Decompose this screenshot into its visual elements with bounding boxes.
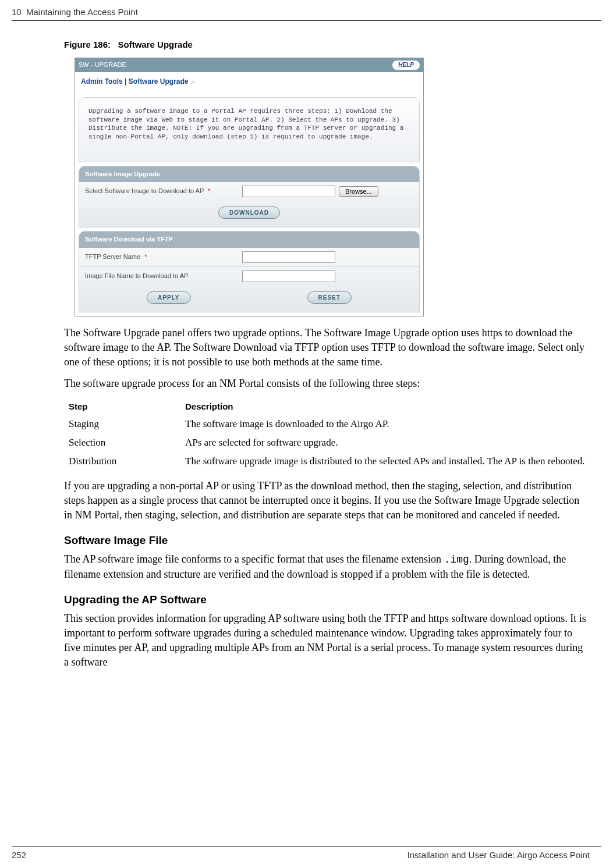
select-image-input[interactable]: [242, 186, 335, 197]
figure-label: Figure 186:: [64, 40, 111, 49]
tftp-server-label-text: TFTP Server Name: [85, 253, 140, 260]
table-row: Selection APs are selected for software …: [69, 433, 584, 452]
image-file-row: Image File Name to Download to AP: [79, 266, 419, 286]
download-button-row: DOWNLOAD: [79, 201, 419, 227]
tftp-panel: Software Download via TFTP TFTP Server N…: [79, 231, 420, 312]
page-header: 10 Maintaining the Access Point: [0, 0, 613, 18]
required-star: *: [144, 253, 147, 260]
intro-text: Upgrading a software image to a Portal A…: [79, 98, 419, 162]
desc-cell: The software upgrade image is distribute…: [185, 452, 584, 471]
chevron-icon: »: [192, 78, 195, 85]
col-header-desc: Description: [185, 398, 584, 415]
paragraph-upgrade-options: The Software Upgrade panel offers two up…: [64, 326, 590, 370]
image-file-input[interactable]: [242, 271, 335, 282]
step-cell: Staging: [69, 415, 185, 433]
page-number: 252: [12, 849, 26, 861]
chapter-number: 10: [12, 7, 22, 17]
select-image-row: Select Software Image to Download to AP …: [79, 182, 419, 201]
tftp-server-input[interactable]: [242, 251, 335, 263]
download-button[interactable]: DOWNLOAD: [218, 207, 280, 219]
paragraph-non-portal: If you are upgrading a non-portal AP or …: [64, 479, 590, 523]
select-image-label: Select Software Image to Download to AP …: [85, 187, 242, 195]
steps-table: Step Description Staging The software im…: [69, 398, 584, 470]
step-cell: Distribution: [69, 452, 185, 471]
footer-title: Installation and User Guide: Airgo Acces…: [407, 849, 590, 861]
screenshot-titlebar: SW - UPGRADE HELP: [75, 58, 423, 72]
footer-row: 252 Installation and User Guide: Airgo A…: [0, 849, 613, 868]
figure-caption: Figure 186: Software Upgrade: [64, 38, 590, 51]
tftp-server-label: TFTP Server Name *: [85, 252, 242, 261]
apply-button[interactable]: APPLY: [147, 291, 190, 304]
breadcrumb: Admin Tools | Software Upgrade»: [75, 72, 423, 94]
intro-panel: Upgrading a software image to a Portal A…: [79, 97, 420, 162]
col-header-step: Step: [69, 398, 185, 415]
software-upgrade-screenshot: SW - UPGRADE HELP Admin Tools | Software…: [75, 58, 424, 316]
desc-cell: APs are selected for software upgrade.: [185, 433, 584, 452]
main-content: Figure 186: Software Upgrade SW - UPGRAD…: [0, 21, 613, 670]
tftp-form: TFTP Server Name * Image File Name to Do…: [79, 248, 419, 312]
image-upgrade-panel: Software Image Upgrade Select Software I…: [79, 166, 420, 227]
chapter-label: 10 Maintaining the Access Point: [12, 6, 138, 18]
paragraph-image-file: The AP software image file conforms to a…: [64, 552, 590, 582]
desc-cell: The software image is downloaded to the …: [185, 415, 584, 433]
table-row: Distribution The software upgrade image …: [69, 452, 584, 471]
heading-software-image-file: Software Image File: [64, 533, 590, 549]
paragraph-upgrading-ap: This section provides information for up…: [64, 611, 590, 670]
image-file-extension: .img: [444, 554, 469, 565]
image-file-label: Image File Name to Download to AP: [85, 272, 242, 280]
footer-divider: [12, 846, 601, 846]
browse-button[interactable]: Browse...: [339, 186, 378, 197]
image-file-text-a: The AP software image file conforms to a…: [64, 553, 444, 565]
apply-reset-row: APPLY RESET: [79, 286, 419, 312]
image-upgrade-form: Select Software Image to Download to AP …: [79, 182, 419, 227]
chapter-title: Maintaining the Access Point: [26, 7, 138, 17]
paragraph-three-steps: The software upgrade process for an NM P…: [64, 376, 590, 391]
tftp-server-row: TFTP Server Name *: [79, 248, 419, 266]
page-footer: 252 Installation and User Guide: Airgo A…: [0, 846, 613, 868]
figure-title: Software Upgrade: [118, 40, 193, 49]
screenshot-title: SW - UPGRADE: [79, 61, 126, 69]
reset-button[interactable]: RESET: [307, 291, 352, 304]
step-cell: Selection: [69, 433, 185, 452]
section-header-tftp: Software Download via TFTP: [79, 232, 419, 247]
heading-upgrading-ap: Upgrading the AP Software: [64, 592, 590, 608]
required-star: *: [208, 187, 210, 194]
section-header-image-upgrade: Software Image Upgrade: [79, 166, 419, 182]
table-header-row: Step Description: [69, 398, 584, 415]
help-button[interactable]: HELP: [392, 61, 420, 70]
select-image-label-text: Select Software Image to Download to AP: [85, 187, 204, 194]
breadcrumb-text: Admin Tools | Software Upgrade: [81, 77, 188, 86]
table-row: Staging The software image is downloaded…: [69, 415, 584, 433]
